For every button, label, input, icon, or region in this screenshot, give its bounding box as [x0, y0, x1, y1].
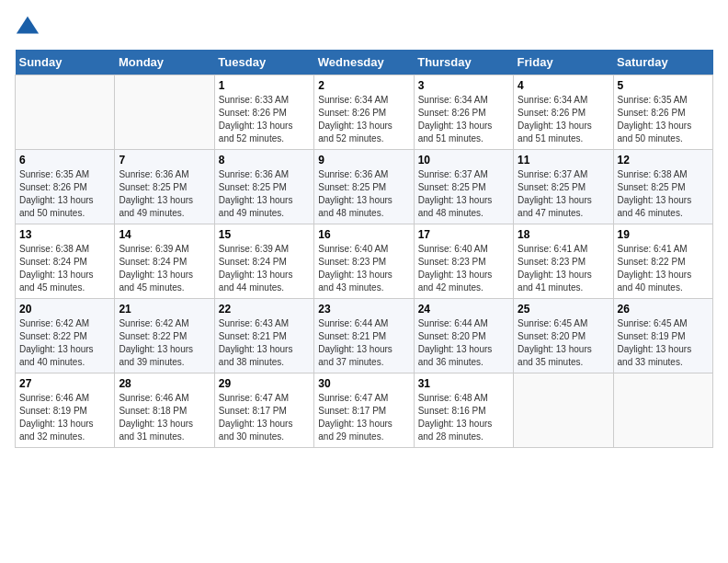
day-number: 9 [318, 154, 409, 167]
day-info: Sunrise: 6:42 AMSunset: 8:22 PMDaylight:… [119, 317, 210, 369]
day-number: 8 [219, 154, 310, 167]
day-number: 11 [518, 154, 609, 167]
calendar-day-header: Thursday [414, 50, 513, 75]
calendar-cell [514, 373, 613, 448]
calendar-cell: 28 Sunrise: 6:46 AMSunset: 8:18 PMDaylig… [115, 373, 214, 448]
calendar-cell [115, 75, 214, 150]
day-number: 19 [618, 228, 709, 241]
calendar-day-header: Sunday [16, 50, 115, 75]
calendar-day-header: Wednesday [314, 50, 414, 75]
calendar-cell: 10 Sunrise: 6:37 AMSunset: 8:25 PMDaylig… [414, 150, 513, 224]
calendar-cell: 12 Sunrise: 6:38 AMSunset: 8:25 PMDaylig… [613, 150, 712, 224]
logo [15, 15, 44, 40]
day-info: Sunrise: 6:40 AMSunset: 8:23 PMDaylight:… [418, 243, 509, 294]
calendar-cell: 31 Sunrise: 6:48 AMSunset: 8:16 PMDaylig… [414, 373, 513, 448]
day-number: 14 [119, 228, 210, 241]
day-number: 6 [19, 154, 110, 167]
calendar-week-row: 13 Sunrise: 6:38 AMSunset: 8:24 PMDaylig… [16, 224, 713, 299]
day-info: Sunrise: 6:47 AMSunset: 8:17 PMDaylight:… [219, 392, 310, 443]
calendar-cell: 30 Sunrise: 6:47 AMSunset: 8:17 PMDaylig… [314, 373, 414, 448]
day-info: Sunrise: 6:44 AMSunset: 8:21 PMDaylight:… [318, 317, 409, 369]
day-number: 15 [219, 228, 310, 241]
calendar-cell: 1 Sunrise: 6:33 AMSunset: 8:26 PMDayligh… [214, 75, 313, 150]
calendar-day-header: Monday [115, 50, 214, 75]
day-number: 10 [418, 154, 509, 167]
day-info: Sunrise: 6:38 AMSunset: 8:24 PMDaylight:… [19, 243, 110, 294]
day-info: Sunrise: 6:45 AMSunset: 8:20 PMDaylight:… [518, 317, 609, 369]
day-number: 22 [219, 303, 310, 316]
day-info: Sunrise: 6:40 AMSunset: 8:23 PMDaylight:… [318, 243, 409, 294]
calendar-cell: 17 Sunrise: 6:40 AMSunset: 8:23 PMDaylig… [414, 224, 513, 299]
calendar-week-row: 1 Sunrise: 6:33 AMSunset: 8:26 PMDayligh… [16, 75, 713, 150]
calendar-cell: 6 Sunrise: 6:35 AMSunset: 8:26 PMDayligh… [16, 150, 115, 224]
day-info: Sunrise: 6:34 AMSunset: 8:26 PMDaylight:… [318, 94, 409, 145]
calendar-cell: 27 Sunrise: 6:46 AMSunset: 8:19 PMDaylig… [16, 373, 115, 448]
day-number: 12 [618, 154, 709, 167]
day-info: Sunrise: 6:36 AMSunset: 8:25 PMDaylight:… [318, 168, 409, 220]
calendar-cell: 20 Sunrise: 6:42 AMSunset: 8:22 PMDaylig… [16, 299, 115, 373]
day-info: Sunrise: 6:42 AMSunset: 8:22 PMDaylight:… [19, 317, 110, 369]
day-number: 25 [518, 303, 609, 316]
day-number: 7 [119, 154, 210, 167]
calendar-cell: 5 Sunrise: 6:35 AMSunset: 8:26 PMDayligh… [613, 75, 712, 150]
day-number: 29 [219, 377, 310, 390]
calendar-cell: 11 Sunrise: 6:37 AMSunset: 8:25 PMDaylig… [514, 150, 613, 224]
day-number: 17 [418, 228, 509, 241]
day-number: 18 [518, 228, 609, 241]
day-number: 4 [518, 79, 609, 92]
calendar-cell [613, 373, 712, 448]
calendar-header-row: SundayMondayTuesdayWednesdayThursdayFrid… [16, 50, 713, 75]
day-info: Sunrise: 6:45 AMSunset: 8:19 PMDaylight:… [618, 317, 709, 369]
calendar-cell: 19 Sunrise: 6:41 AMSunset: 8:22 PMDaylig… [613, 224, 712, 299]
day-info: Sunrise: 6:39 AMSunset: 8:24 PMDaylight:… [119, 243, 210, 294]
logo-icon [15, 15, 40, 40]
day-number: 23 [318, 303, 409, 316]
day-number: 21 [119, 303, 210, 316]
calendar-cell: 25 Sunrise: 6:45 AMSunset: 8:20 PMDaylig… [514, 299, 613, 373]
day-info: Sunrise: 6:33 AMSunset: 8:26 PMDaylight:… [219, 94, 310, 145]
day-number: 1 [219, 79, 310, 92]
svg-marker-0 [17, 17, 39, 34]
calendar-cell: 24 Sunrise: 6:44 AMSunset: 8:20 PMDaylig… [414, 299, 513, 373]
calendar-day-header: Friday [514, 50, 613, 75]
day-info: Sunrise: 6:37 AMSunset: 8:25 PMDaylight:… [518, 168, 609, 220]
calendar-cell: 7 Sunrise: 6:36 AMSunset: 8:25 PMDayligh… [115, 150, 214, 224]
calendar-table: SundayMondayTuesdayWednesdayThursdayFrid… [15, 50, 713, 448]
day-info: Sunrise: 6:36 AMSunset: 8:25 PMDaylight:… [219, 168, 310, 220]
day-info: Sunrise: 6:35 AMSunset: 8:26 PMDaylight:… [618, 94, 709, 145]
calendar-week-row: 27 Sunrise: 6:46 AMSunset: 8:19 PMDaylig… [16, 373, 713, 448]
day-info: Sunrise: 6:43 AMSunset: 8:21 PMDaylight:… [219, 317, 310, 369]
calendar-cell: 21 Sunrise: 6:42 AMSunset: 8:22 PMDaylig… [115, 299, 214, 373]
calendar-cell: 8 Sunrise: 6:36 AMSunset: 8:25 PMDayligh… [214, 150, 313, 224]
day-number: 2 [318, 79, 409, 92]
day-number: 28 [119, 377, 210, 390]
calendar-cell: 22 Sunrise: 6:43 AMSunset: 8:21 PMDaylig… [214, 299, 313, 373]
day-info: Sunrise: 6:48 AMSunset: 8:16 PMDaylight:… [418, 392, 509, 443]
day-number: 20 [19, 303, 110, 316]
day-info: Sunrise: 6:47 AMSunset: 8:17 PMDaylight:… [318, 392, 409, 443]
day-info: Sunrise: 6:46 AMSunset: 8:18 PMDaylight:… [119, 392, 210, 443]
calendar-cell: 14 Sunrise: 6:39 AMSunset: 8:24 PMDaylig… [115, 224, 214, 299]
calendar-cell: 18 Sunrise: 6:41 AMSunset: 8:23 PMDaylig… [514, 224, 613, 299]
calendar-day-header: Saturday [613, 50, 712, 75]
calendar-cell: 15 Sunrise: 6:39 AMSunset: 8:24 PMDaylig… [214, 224, 313, 299]
day-info: Sunrise: 6:46 AMSunset: 8:19 PMDaylight:… [19, 392, 110, 443]
calendar-cell: 16 Sunrise: 6:40 AMSunset: 8:23 PMDaylig… [314, 224, 414, 299]
day-number: 16 [318, 228, 409, 241]
day-info: Sunrise: 6:39 AMSunset: 8:24 PMDaylight:… [219, 243, 310, 294]
day-info: Sunrise: 6:38 AMSunset: 8:25 PMDaylight:… [618, 168, 709, 220]
day-info: Sunrise: 6:34 AMSunset: 8:26 PMDaylight:… [418, 94, 509, 145]
day-number: 5 [618, 79, 709, 92]
calendar-cell: 29 Sunrise: 6:47 AMSunset: 8:17 PMDaylig… [214, 373, 313, 448]
day-number: 26 [618, 303, 709, 316]
day-info: Sunrise: 6:41 AMSunset: 8:23 PMDaylight:… [518, 243, 609, 294]
day-number: 27 [19, 377, 110, 390]
calendar-cell: 26 Sunrise: 6:45 AMSunset: 8:19 PMDaylig… [613, 299, 712, 373]
calendar-cell: 9 Sunrise: 6:36 AMSunset: 8:25 PMDayligh… [314, 150, 414, 224]
calendar-cell: 23 Sunrise: 6:44 AMSunset: 8:21 PMDaylig… [314, 299, 414, 373]
page-header [15, 15, 713, 40]
day-info: Sunrise: 6:37 AMSunset: 8:25 PMDaylight:… [418, 168, 509, 220]
calendar-cell: 2 Sunrise: 6:34 AMSunset: 8:26 PMDayligh… [314, 75, 414, 150]
calendar-cell: 13 Sunrise: 6:38 AMSunset: 8:24 PMDaylig… [16, 224, 115, 299]
day-info: Sunrise: 6:34 AMSunset: 8:26 PMDaylight:… [518, 94, 609, 145]
